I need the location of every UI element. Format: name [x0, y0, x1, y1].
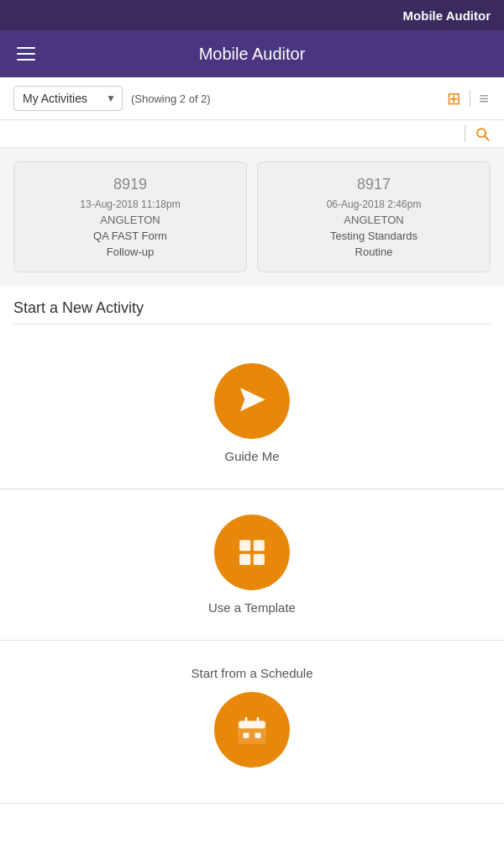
- card-id: 8917: [268, 176, 480, 193]
- card-location: ANGLETON: [268, 214, 480, 226]
- hamburger-line: [17, 59, 35, 61]
- card-date: 13-Aug-2018 11:18pm: [24, 198, 236, 210]
- search-icon: [474, 125, 491, 142]
- svg-marker-0: [240, 388, 265, 411]
- view-divider: [470, 90, 470, 107]
- guide-me-icon: [234, 383, 270, 419]
- guide-me-button[interactable]: [214, 363, 290, 439]
- svg-rect-10: [255, 733, 261, 738]
- card-location: ANGLETON: [24, 214, 236, 226]
- use-template-button[interactable]: [214, 515, 290, 590]
- search-button[interactable]: [474, 125, 491, 142]
- activities-select-wrapper: My Activities All Activities Unassigned …: [13, 86, 123, 111]
- view-icons: ⊞ ≡: [445, 87, 491, 110]
- template-icon: [234, 535, 270, 570]
- card-form: QA FAST Form: [24, 230, 236, 242]
- status-bar-title: Mobile Auditor: [403, 8, 491, 23]
- status-bar: Mobile Auditor: [0, 0, 504, 30]
- activities-grid: 8919 13-Aug-2018 11:18pm ANGLETON QA FAS…: [0, 148, 504, 286]
- schedule-label-top: Start from a Schedule: [191, 666, 312, 680]
- search-bar: [0, 120, 504, 148]
- grid-view-button[interactable]: ⊞: [445, 87, 463, 110]
- hamburger-menu-button[interactable]: [13, 44, 39, 64]
- app-header: Mobile Auditor: [0, 30, 504, 77]
- card-type: Routine: [268, 246, 480, 258]
- svg-rect-6: [239, 721, 265, 729]
- svg-rect-9: [244, 733, 249, 738]
- card-type: Follow-up: [24, 246, 236, 258]
- app-header-title: Mobile Auditor: [199, 45, 306, 64]
- new-activity-title: Start a New Activity: [13, 299, 491, 317]
- card-form: Testing Standards: [268, 230, 480, 242]
- new-activity-section: Start a New Activity: [0, 286, 504, 338]
- hamburger-line: [17, 47, 35, 49]
- card-id: 8919: [24, 176, 236, 193]
- list-view-button[interactable]: ≡: [477, 87, 491, 110]
- filter-bar: My Activities All Activities Unassigned …: [0, 77, 504, 120]
- use-template-label: Use a Template: [208, 600, 296, 615]
- activities-select[interactable]: My Activities All Activities Unassigned: [13, 86, 123, 111]
- hamburger-line: [17, 53, 35, 55]
- guide-me-label: Guide Me: [224, 449, 279, 463]
- list-icon: ≡: [479, 89, 489, 108]
- showing-text: (Showing 2 of 2): [131, 92, 437, 105]
- svg-rect-4: [254, 554, 265, 565]
- search-divider: [465, 125, 465, 142]
- activity-card[interactable]: 8919 13-Aug-2018 11:18pm ANGLETON QA FAS…: [13, 161, 247, 272]
- activity-card[interactable]: 8917 06-Aug-2018 2:46pm ANGLETON Testing…: [257, 161, 491, 272]
- guide-me-section: Guide Me: [0, 338, 504, 489]
- grid-icon: ⊞: [447, 88, 461, 108]
- svg-rect-3: [239, 554, 250, 565]
- svg-rect-1: [239, 540, 250, 551]
- schedule-button[interactable]: [214, 692, 290, 768]
- use-template-section: Use a Template: [0, 489, 504, 641]
- svg-rect-2: [254, 540, 265, 551]
- section-divider: [13, 324, 491, 325]
- schedule-section: Start from a Schedule: [0, 641, 504, 804]
- card-date: 06-Aug-2018 2:46pm: [268, 198, 480, 210]
- schedule-icon: [234, 712, 270, 747]
